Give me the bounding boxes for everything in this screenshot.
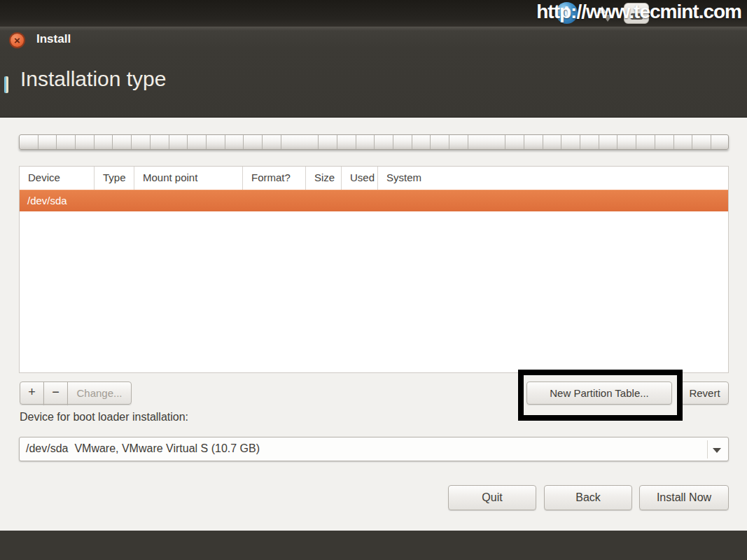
dropdown-arrow-icon <box>713 448 721 453</box>
window-header: × Install Installation type <box>0 27 747 118</box>
remove-partition-button[interactable]: − <box>43 382 68 405</box>
close-button[interactable]: × <box>9 32 25 48</box>
column-header-used[interactable]: Used <box>342 167 378 190</box>
new-partition-table-button[interactable]: New Partition Table... <box>526 382 672 405</box>
watermark-text: http://www.tecmint.com <box>536 1 741 23</box>
column-header-type[interactable]: Type <box>95 167 134 190</box>
partition-table-header: Device Type Mount point Format? Size Use… <box>20 167 728 190</box>
table-empty-body <box>20 211 728 372</box>
boot-loader-label: Device for boot loader installation: <box>20 411 188 424</box>
table-row-selected[interactable]: /dev/sda <box>20 190 728 211</box>
combo-separator <box>707 440 708 458</box>
partition-toolbar: + − Change... <box>20 382 132 405</box>
screen: http://www.tecmint.com × Install Install… <box>0 0 747 560</box>
back-button[interactable]: Back <box>544 485 632 510</box>
change-partition-button[interactable]: Change... <box>67 382 132 405</box>
column-header-size[interactable]: Size <box>306 167 342 190</box>
column-header-system[interactable]: System <box>378 167 728 190</box>
desktop-bottom-bar <box>0 531 747 560</box>
desktop-top-bar: http://www.tecmint.com <box>0 0 747 27</box>
disk-usage-bar <box>19 134 729 150</box>
content-area: Device Type Mount point Format? Size Use… <box>0 118 747 531</box>
partition-table: Device Type Mount point Format? Size Use… <box>19 166 729 373</box>
window-title: Install <box>36 32 71 46</box>
column-header-mount-point[interactable]: Mount point <box>134 167 243 190</box>
quit-button[interactable]: Quit <box>448 485 536 510</box>
column-header-device[interactable]: Device <box>20 167 95 190</box>
column-header-format[interactable]: Format? <box>243 167 306 190</box>
boot-loader-select[interactable]: /dev/sda VMware, VMware Virtual S (10.7 … <box>19 437 729 461</box>
boot-loader-selected-value: /dev/sda VMware, VMware Virtual S (10.7 … <box>26 442 260 455</box>
add-partition-button[interactable]: + <box>20 382 44 405</box>
revert-button[interactable]: Revert <box>680 382 729 405</box>
install-now-button[interactable]: Install Now <box>639 485 729 510</box>
page-title: Installation type <box>20 67 166 91</box>
background-artifact <box>4 76 8 93</box>
close-icon: × <box>11 33 24 48</box>
